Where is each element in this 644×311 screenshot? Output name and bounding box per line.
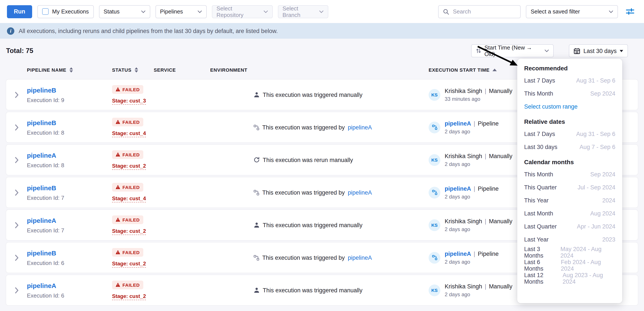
date-menu-item-range: May 2024 - Aug 2024 xyxy=(560,246,615,259)
warning-icon xyxy=(116,87,120,92)
failed-stage-link[interactable]: Stage: cust_3 xyxy=(112,98,146,104)
starter-name: Krishika Singh xyxy=(445,218,482,224)
date-menu-item-label: Select custom range xyxy=(524,103,578,110)
avatar: KS xyxy=(428,219,440,231)
trigger-method: Pipeline xyxy=(478,250,499,257)
date-menu-item[interactable]: Last 3 Months May 2024 - Aug 2024 xyxy=(524,246,615,259)
failed-stage-link[interactable]: Stage: cust_2 xyxy=(112,163,146,170)
sort-toggle-icon[interactable] xyxy=(134,67,138,72)
date-menu-item[interactable]: This Quarter Jul - Sep 2024 xyxy=(524,181,615,194)
date-menu-section-title: Calendar months xyxy=(524,158,615,166)
trigger-text: This execution was triggered manually xyxy=(263,287,362,294)
total-count: Total: 75 xyxy=(6,47,33,55)
failed-stage-link[interactable]: Stage: cust_4 xyxy=(112,130,146,137)
branch-filter-select[interactable]: Select Branch xyxy=(278,5,328,18)
expand-chevron-icon[interactable] xyxy=(14,222,18,228)
trigger-pipeline-link[interactable]: pipelineA xyxy=(348,254,372,261)
date-menu-item[interactable]: This Year 2024 xyxy=(524,194,615,207)
date-menu-item[interactable]: Last 30 days Aug 7 - Sep 6 xyxy=(524,140,615,153)
date-menu-section: Calendar months This Month Sep 2024 This… xyxy=(524,158,615,285)
starter-pipeline-link[interactable]: pipelineA xyxy=(445,250,471,257)
filter-sliders-icon[interactable] xyxy=(626,8,634,15)
my-executions-toggle[interactable]: My Executions xyxy=(37,5,94,18)
date-menu-item-range: Apr - Jun 2024 xyxy=(577,223,615,230)
date-menu-item[interactable]: Last 6 Months Feb 2024 - Aug 2024 xyxy=(524,259,615,272)
status-filter-select[interactable]: Status xyxy=(99,5,150,18)
date-menu-item[interactable]: Last 12 Months Aug 2023 - Aug 2024 xyxy=(524,272,615,285)
saved-filter-select[interactable]: Select a saved filter xyxy=(526,5,618,18)
status-label: FAILED xyxy=(122,217,140,222)
caret-down-icon xyxy=(620,50,623,52)
date-menu-item[interactable]: Last 7 Days Aug 31 - Sep 6 xyxy=(524,127,615,140)
trigger-pipeline-link[interactable]: pipelineA xyxy=(348,189,372,196)
warning-icon xyxy=(116,120,120,124)
avatar-initials: KS xyxy=(431,92,438,97)
date-menu-item-range: Aug 2023 - Aug 2024 xyxy=(562,272,615,285)
pipeline-name-link[interactable]: pipelineA xyxy=(27,151,56,159)
failed-stage-link[interactable]: Stage: cust_2 xyxy=(112,293,146,300)
my-executions-checkbox[interactable] xyxy=(42,8,49,15)
trigger-info: This execution was triggered manually xyxy=(254,287,408,294)
expand-chevron-icon[interactable] xyxy=(14,287,18,294)
starter-pipeline-link[interactable]: pipelineA xyxy=(445,120,471,126)
trigger-pipeline-link[interactable]: pipelineA xyxy=(348,124,372,130)
starter-name: Krishika Singh xyxy=(445,88,482,94)
date-menu-item-label: Last Year xyxy=(524,236,549,242)
starter-pipeline-link[interactable]: pipelineA xyxy=(445,185,471,192)
expand-chevron-icon[interactable] xyxy=(14,189,18,196)
column-header-pipeline-name[interactable]: PIPELINE NAME xyxy=(27,67,112,72)
date-menu-item-label: Last 12 Months xyxy=(524,272,562,285)
column-header-status[interactable]: STATUS xyxy=(112,67,154,72)
my-executions-label: My Executions xyxy=(52,8,89,15)
expand-chevron-icon[interactable] xyxy=(14,92,18,98)
date-menu-item[interactable]: Last Quarter Apr - Jun 2024 xyxy=(524,220,615,233)
date-menu-custom-range-link[interactable]: Select custom range xyxy=(524,100,615,113)
date-menu-section-title: Recommended xyxy=(524,65,615,72)
pipeline-avatar-icon xyxy=(432,255,437,260)
failed-stage-link[interactable]: Stage: cust_2 xyxy=(112,228,146,235)
execution-time: 2 days ago xyxy=(445,128,499,134)
user-icon xyxy=(254,287,260,293)
trigger-text: This execution was triggered manually xyxy=(263,222,362,228)
date-menu-item-label: This Month xyxy=(524,171,553,178)
pipeline-name-link[interactable]: pipelineB xyxy=(27,249,56,256)
trigger-text: This execution was rerun manually xyxy=(263,156,353,163)
expand-chevron-icon[interactable] xyxy=(14,254,18,261)
sort-select[interactable]: Start Time (New → Old) xyxy=(472,44,554,57)
info-banner: i All executions, including reruns and c… xyxy=(0,23,644,39)
repository-filter-select[interactable]: Select Repository xyxy=(212,5,272,18)
failed-stage-link[interactable]: Stage: cust_4 xyxy=(112,195,146,202)
expand-chevron-icon[interactable] xyxy=(14,124,18,130)
trigger-method: Manually xyxy=(489,88,512,94)
pipeline-name-link[interactable]: pipelineB xyxy=(27,119,56,126)
pipeline-name-link[interactable]: pipelineB xyxy=(27,184,56,191)
pipeline-name-link[interactable]: pipelineA xyxy=(27,282,56,289)
date-range-menu: Recommended Last 7 Days Aug 31 - Sep 6 T… xyxy=(517,59,622,303)
date-range-button[interactable]: Last 30 days xyxy=(569,44,628,57)
sort-toggle-icon[interactable] xyxy=(70,67,73,72)
search-input[interactable] xyxy=(452,8,516,15)
date-menu-item[interactable]: Last 7 Days Aug 31 - Sep 6 xyxy=(524,74,615,87)
date-menu-item[interactable]: This Month Sep 2024 xyxy=(524,168,615,181)
date-menu-item[interactable]: This Month Sep 2024 xyxy=(524,87,615,100)
date-menu-item[interactable]: Last Month Aug 2024 xyxy=(524,207,615,220)
pipeline-avatar-icon xyxy=(432,190,437,195)
date-menu-section: Relative dates Last 7 Days Aug 31 - Sep … xyxy=(524,118,615,153)
expand-chevron-icon[interactable] xyxy=(14,156,18,163)
execution-time: 2 days ago xyxy=(445,226,512,232)
date-menu-item-label: Last 3 Months xyxy=(524,246,560,259)
status-label: FAILED xyxy=(122,87,140,92)
pipeline-name-link[interactable]: pipelineB xyxy=(27,86,56,94)
trigger-info: This execution was triggered by pipeline… xyxy=(254,189,408,196)
trigger-method: Pipeline xyxy=(478,120,499,126)
pipeline-name-link[interactable]: pipelineA xyxy=(27,216,56,224)
separator: | xyxy=(485,153,486,159)
date-menu-item-range: 2024 xyxy=(602,197,615,204)
separator: | xyxy=(474,250,475,257)
search-box[interactable] xyxy=(438,5,521,18)
date-menu-item-label: This Month xyxy=(524,90,553,97)
run-button[interactable]: Run xyxy=(7,5,32,18)
pipelines-filter-select[interactable]: Pipelines xyxy=(155,5,206,18)
date-menu-item[interactable]: Last Year 2023 xyxy=(524,233,615,246)
failed-stage-link[interactable]: Stage: cust_2 xyxy=(112,260,146,267)
